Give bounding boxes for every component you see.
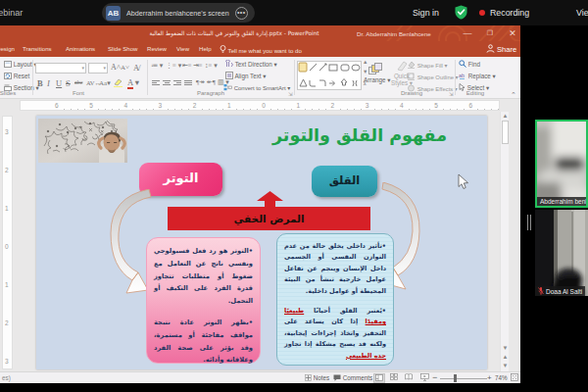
shrink-font-icon[interactable]: A˅: [121, 64, 129, 72]
scroll-up-icon[interactable]: ▲: [501, 113, 510, 119]
increase-indent-icon[interactable]: ⇥≡: [193, 62, 203, 70]
font-color-icon[interactable]: A ▾: [127, 77, 139, 87]
status-left-fragment: es): [2, 374, 11, 381]
decrease-indent-icon[interactable]: ⇤≡: [182, 62, 192, 70]
comments-button[interactable]: Comments: [333, 374, 372, 381]
close-button[interactable]: ✕: [507, 27, 518, 39]
stressed-man-photo[interactable]: [38, 119, 127, 163]
ruler-tick: [395, 109, 396, 111]
anxiety-paragraph-2: •يُعتبر القلق أحيانًا طبيعيًا ومفيدًا إذ…: [284, 306, 386, 362]
tab-view[interactable]: View: [176, 45, 189, 52]
hidden-disease-banner[interactable]: المرض الخفي: [168, 207, 370, 230]
more-options-icon[interactable]: •••: [235, 7, 248, 20]
shapes-gallery[interactable]: [297, 61, 362, 90]
shape-outline-icon: [407, 73, 416, 81]
highlight-color-icon[interactable]: [114, 78, 123, 89]
align-text-button[interactable]: Align Text ▾: [225, 72, 267, 80]
v-ruler-number: 0: [5, 243, 9, 250]
share-button[interactable]: Share: [486, 44, 516, 54]
zoom-slider[interactable]: [440, 378, 487, 379]
highlighted-term: طبيعيًا: [284, 307, 304, 315]
tab-help[interactable]: Help: [199, 45, 212, 52]
next-slide-icon[interactable]: ▼: [501, 363, 510, 368]
shape-fill-button[interactable]: Shape Fill ▾: [407, 61, 447, 70]
tab-review[interactable]: Review: [147, 45, 167, 52]
shape-outline-button[interactable]: Shape Outline ▾: [407, 73, 459, 81]
tab-slide-show[interactable]: Slide Show: [108, 45, 138, 52]
normal-view-button[interactable]: [373, 373, 385, 383]
font-size-combo[interactable]: [88, 63, 108, 74]
scroll-down-icon[interactable]: ▼: [501, 345, 510, 351]
h-ruler-number: 3: [366, 102, 369, 109]
minimize-button[interactable]: —: [462, 27, 473, 39]
participant-video-1[interactable]: Abderrahim benla: [535, 120, 588, 208]
restore-button[interactable]: ❐: [484, 27, 496, 39]
stress-text-box[interactable]: •التوتر هو رد فعل فسيولوجي ونفسي ناتج عن…: [146, 237, 261, 364]
underline-button[interactable]: U: [56, 78, 62, 88]
reset-button[interactable]: Reset: [4, 73, 29, 80]
paragraph-dialog-launcher-icon[interactable]: ⇲: [288, 91, 293, 97]
change-case-icon[interactable]: Aa▾: [99, 79, 111, 87]
previous-slide-icon[interactable]: ▲: [501, 354, 510, 360]
slide-canvas[interactable]: مفهوم القلق والتوتر التوتر القلق المرض ا…: [36, 116, 487, 369]
fit-slide-button[interactable]: [509, 373, 520, 383]
find-button[interactable]: Find: [459, 60, 480, 69]
drawing-dialog-launcher-icon[interactable]: ⇲: [449, 91, 454, 97]
tab-animations[interactable]: Animations: [66, 45, 95, 52]
ppt-titlebar[interactable]: إدارة القلق والتوتر في البيئات ذات الضغو…: [0, 25, 520, 41]
slide-title[interactable]: مفهوم القلق والتوتر: [266, 125, 454, 145]
rtl-direction-icon[interactable]: ↞¶: [207, 78, 216, 86]
ruler-tick: [146, 109, 147, 111]
sign-in-button[interactable]: Sign in: [413, 8, 439, 18]
anxiety-text-box[interactable]: •تأثير داخلي يخلق حالة من عدم التوازن ال…: [276, 233, 394, 366]
bullets-icon[interactable]: ≔ ▾: [151, 62, 163, 70]
align-right-icon[interactable]: [173, 79, 181, 86]
ltr-direction-icon[interactable]: ¶↠: [196, 78, 205, 86]
font-name-combo[interactable]: [35, 63, 86, 74]
notes-button[interactable]: Notes: [305, 374, 329, 381]
bold-button[interactable]: B: [37, 78, 43, 88]
slideshow-view-button[interactable]: [418, 373, 430, 383]
tab-transitions[interactable]: Transitions: [23, 45, 52, 52]
collapse-ribbon-icon[interactable]: ⌃: [511, 91, 516, 99]
security-shield-icon[interactable]: [453, 4, 469, 21]
replace-button[interactable]: ab Replace ▾: [459, 72, 496, 80]
arrange-button[interactable]: Arrange ▾: [364, 63, 387, 83]
numbering-icon[interactable]: ⋮≡ ▾: [166, 62, 181, 70]
grow-font-icon[interactable]: A˄: [111, 63, 121, 72]
zoom-percent[interactable]: 74%: [495, 374, 508, 381]
mouse-cursor: [458, 173, 469, 194]
ruler-tick: [71, 109, 72, 111]
italic-button[interactable]: I: [47, 78, 50, 88]
ruler-tick: [457, 109, 458, 111]
zoom-out-button[interactable]: −: [432, 372, 437, 382]
view-button[interactable]: View: [576, 8, 588, 18]
align-center-icon[interactable]: [163, 79, 171, 86]
panel-resize-handle[interactable]: [527, 215, 532, 230]
ruler-tick: [416, 109, 416, 111]
stress-paragraph-1: •التوتر هو رد فعل فسيولوجي ونفسي ناتج عن…: [154, 245, 253, 308]
tab-design[interactable]: Design: [0, 45, 15, 52]
ruler-tick: [340, 109, 341, 111]
participant-video-2[interactable]: Doaa Al Salti: [535, 210, 588, 296]
webinar-label: Webinar: [0, 8, 23, 18]
align-left-icon[interactable]: [152, 79, 160, 86]
strikethrough-button[interactable]: S: [66, 78, 71, 88]
line-spacing-icon[interactable]: ↕≡ ▾: [205, 62, 218, 70]
anxiety-header-box[interactable]: القلق: [312, 166, 377, 197]
slide-scrollbar[interactable]: ▲ ▼ ▲ ▼: [500, 112, 509, 371]
zoom-slider-thumb[interactable]: [454, 374, 457, 382]
clear-formatting-icon[interactable]: A̸: [133, 63, 139, 73]
reading-view-button[interactable]: [403, 373, 415, 383]
scrollbar-thumb[interactable]: [502, 121, 509, 144]
justify-icon[interactable]: [184, 79, 192, 86]
text-direction-button[interactable]: Text Direction ▾: [225, 60, 277, 69]
h-ruler-number: 3: [159, 102, 163, 109]
shared-screen-pill[interactable]: AB Abderrahim benlahcene's screen •••: [102, 3, 255, 23]
tell-me-box[interactable]: Tell me what you want to do: [220, 45, 302, 54]
strikethrough2-icon[interactable]: abc: [74, 79, 82, 85]
zoom-in-button[interactable]: +: [487, 373, 492, 382]
slide-sorter-view-button[interactable]: [388, 373, 400, 383]
horizontal-ruler: 6543210123456: [20, 100, 500, 111]
fit-slide-icon: [511, 373, 518, 381]
